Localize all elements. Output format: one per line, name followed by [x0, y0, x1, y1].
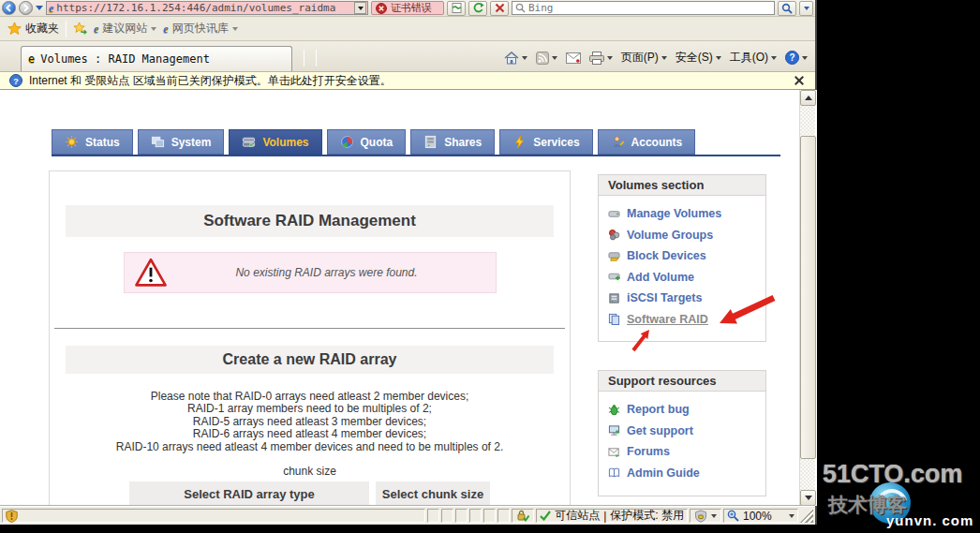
certificate-error-label: 证书错误 [391, 1, 432, 15]
information-bar[interactable]: ? Internet 和 受限站点 区域当前已关闭保护模式。单击此处打开安全设置… [0, 71, 815, 90]
tab-volumes[interactable]: Volumes [229, 129, 321, 155]
chevron-down-icon [522, 56, 527, 60]
zoom-icon [727, 510, 739, 522]
link-get-support[interactable]: Get support [608, 421, 765, 442]
add-to-favorites-button[interactable] [73, 22, 87, 36]
stop-button[interactable] [490, 1, 509, 16]
refresh-button[interactable] [468, 1, 487, 16]
help-button[interactable]: ? [785, 51, 808, 65]
web-slice-gallery-label: 网页快讯库 [172, 21, 229, 37]
tools-menu-label: 工具(O) [730, 50, 768, 66]
separator [316, 50, 317, 67]
link-block-devices[interactable]: Block Devices [608, 245, 765, 267]
system-icon [151, 135, 165, 149]
watermark-site: yunvn. com [886, 512, 973, 528]
search-input[interactable] [528, 2, 771, 14]
ie-icon: e [163, 23, 168, 35]
url-text[interactable]: https://172.16.1.254:446/admin/volumes_r… [56, 2, 351, 14]
chevron-down-icon [661, 56, 667, 60]
link-add-volume[interactable]: Add Volume [608, 267, 765, 289]
svg-text:?: ? [789, 52, 794, 63]
status-cell [497, 509, 510, 523]
services-icon [512, 135, 527, 149]
web-slice-gallery-button[interactable]: e 网页快讯库 [163, 21, 237, 37]
zone-label: 可信站点 [555, 508, 600, 524]
scroll-down-button[interactable] [800, 490, 816, 506]
link-label: Manage Volumes [627, 207, 721, 220]
browser-window: e https://172.16.1.254:446/admin/volumes… [0, 0, 817, 525]
tab-shares[interactable]: Shares [410, 129, 495, 155]
search-go-button[interactable] [778, 1, 796, 16]
address-bar[interactable]: e https://172.16.1.254:446/admin/volumes… [46, 1, 368, 15]
check-icon [540, 511, 551, 521]
raid-notes: Please note that RAID-0 arrays need atle… [50, 391, 570, 453]
resize-grip[interactable] [800, 509, 813, 523]
chevron-down-icon [804, 7, 809, 10]
browser-tab[interactable]: e Volumes : RAID Management [21, 46, 292, 71]
separator [66, 21, 67, 37]
certificate-error-button[interactable]: 证书错误 [371, 1, 444, 15]
link-label: Software RAID [627, 313, 708, 326]
status-cell [441, 509, 453, 523]
chunk-size-label: chunk size [50, 465, 570, 478]
infobar-message[interactable]: Internet 和 受限站点 区域当前已关闭保护模式。单击此处打开安全设置。 [29, 73, 392, 89]
software-raid-icon [608, 313, 620, 325]
change-zone-button[interactable] [690, 509, 721, 523]
note-line: RAID-5 arrays need atleast 3 member devi… [50, 416, 570, 428]
tab-accounts[interactable]: Accounts [598, 129, 696, 155]
protected-mode-shield-icon: ? [9, 74, 22, 87]
feeds-button[interactable] [536, 52, 557, 65]
search-box[interactable] [512, 1, 775, 15]
compatibility-view-button[interactable] [447, 1, 466, 16]
search-go-icon [781, 3, 793, 14]
safety-menu-button[interactable]: 安全(S) [676, 50, 721, 66]
address-dropdown-button[interactable] [354, 2, 366, 14]
chevron-down-icon [151, 27, 156, 31]
link-manage-volumes[interactable]: Manage Volumes [608, 203, 765, 225]
tab-quota[interactable]: Quota [327, 129, 407, 155]
scroll-up-button[interactable] [800, 90, 816, 106]
tools-menu-button[interactable]: 工具(O) [730, 50, 777, 66]
page-ie-icon: e [49, 3, 53, 14]
star-icon [7, 22, 22, 36]
chevron-down-icon [802, 56, 808, 60]
suggested-sites-button[interactable]: e 建议网站 [94, 21, 156, 37]
page-title: Software RAID Management [66, 205, 554, 237]
print-button[interactable] [589, 52, 613, 65]
link-admin-guide[interactable]: Admin Guide [608, 463, 765, 484]
link-iscsi-targets[interactable]: iSCSI Targets [608, 288, 765, 309]
favorites-button[interactable]: 收藏夹 [7, 21, 59, 37]
link-label: iSCSI Targets [627, 291, 702, 304]
tab-title: Volumes : RAID Management [40, 52, 210, 66]
warning-triangle-icon [134, 258, 168, 288]
tab-system[interactable]: System [138, 129, 225, 155]
arrow-down-icon [805, 496, 812, 500]
link-software-raid[interactable]: Software RAID [608, 309, 765, 331]
scrollbar-thumb[interactable] [800, 136, 816, 459]
command-bar: 页面(P) 安全(S) 工具(O) ? [504, 50, 815, 71]
compatibility-view-icon [451, 2, 463, 14]
forward-button[interactable] [19, 1, 33, 15]
link-forums[interactable]: Forums [608, 441, 765, 463]
vertical-scrollbar[interactable] [799, 90, 815, 506]
tab-status[interactable]: Status [52, 129, 133, 155]
security-report-cell[interactable] [512, 509, 534, 523]
page-viewport: Status System Volumes [0, 90, 817, 506]
chevron-down-icon [771, 56, 777, 60]
page-menu-button[interactable]: 页面(P) [621, 50, 667, 66]
home-button[interactable] [504, 52, 527, 65]
read-mail-button[interactable] [566, 52, 581, 64]
history-dropdown-icon[interactable] [36, 6, 43, 10]
arrow-up-icon [805, 96, 812, 100]
link-volume-groups[interactable]: Volume Groups [608, 225, 765, 246]
tab-services[interactable]: Services [499, 129, 592, 155]
link-report-bug[interactable]: Report bug [608, 399, 765, 421]
status-cell [483, 509, 496, 523]
search-dropdown-button[interactable] [799, 1, 813, 16]
close-icon[interactable] [793, 74, 806, 87]
home-icon [504, 52, 519, 65]
status-message-cell [2, 509, 425, 523]
zoom-control[interactable]: 100% [723, 509, 798, 523]
back-button[interactable] [2, 1, 16, 15]
arrow-left-icon [5, 4, 13, 12]
